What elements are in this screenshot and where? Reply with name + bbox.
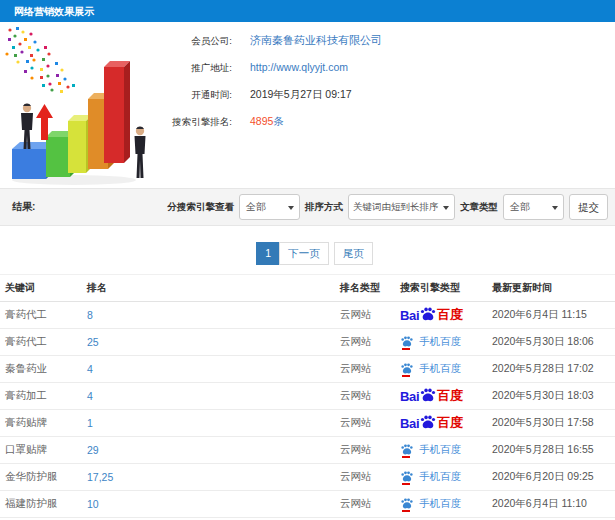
time-cell: 2020年6月20日 09:25 [487,464,615,491]
keyword-cell: 金华防护服 [0,464,82,491]
table-row: 福建防护服 10 云网站 手机百度 2020年6月4日 11:10 [0,491,615,518]
chevron-down-icon [443,206,449,210]
time-cell: 2020年5月30日 18:03 [487,383,615,410]
rank-cell[interactable]: 4 [82,356,335,383]
baidu-paw-icon [400,362,414,375]
baidu-red-underline [402,348,410,350]
baidu-mobile-logo: 手机百度 [400,335,487,350]
keyword-ranking-table: 关键词 排名 排名类型 搜索引擎类型 最新更新时间 膏药代工 8 云网站 Bai… [0,274,615,520]
engine-cell: Bai百度 [395,410,487,437]
engine-filter-label: 分搜索引擎查看 [168,201,235,214]
filter-controls: 分搜索引擎查看 全部 排序方式 关键词由短到长排序 文章类型 全部 提交 [168,194,609,220]
rank-type-cell: 云网站 [335,437,395,464]
last-page-button[interactable]: 尾页 [334,242,373,265]
info-row-open-time: 开通时间: 2019年5月27日 09:17 [150,81,382,108]
baidu-paw-icon [400,443,414,456]
baidu-pc-logo: Bai百度 [400,387,487,405]
keyword-cell: 膏药加工 [0,383,82,410]
chevron-down-icon [288,206,294,210]
baidu-pc-logo: Bai百度 [400,414,487,432]
info-row-rank-count: 搜索引擎排名: 4895条 [150,108,382,135]
rank-cell[interactable]: 4 [82,383,335,410]
page-title: 网络营销效果展示 [0,0,615,22]
rank-type-cell: 云网站 [335,491,395,518]
baidu-red-underline [402,456,410,458]
baidu-mobile-logo: 手机百度 [400,470,487,485]
baidu-pc-logo: Bai百度 [400,306,487,324]
time-cell: 2020年5月30日 17:58 [487,410,615,437]
rank-type-cell: 云网站 [335,410,395,437]
confetti [5,27,75,93]
member-company-label: 会员公司: [150,27,232,54]
table-row: 膏药代工 25 云网站 手机百度 2020年5月30日 18:06 [0,329,615,356]
keyword-cell: 膏药代工 [0,302,82,329]
sort-select[interactable]: 关键词由短到长排序 [348,194,455,220]
engine-filter-select[interactable]: 全部 [239,194,300,220]
rank-count-unit: 条 [273,115,284,127]
rank-cell[interactable]: 29 [82,437,335,464]
table-header-row: 关键词 排名 排名类型 搜索引擎类型 最新更新时间 [0,275,615,302]
open-time-value: 2019年5月27日 09:17 [250,81,352,108]
engine-cell: 手机百度 [395,356,487,383]
time-cell: 2020年6月4日 11:15 [487,302,615,329]
time-cell: 2020年6月4日 11:10 [487,491,615,518]
engine-cell: 手机百度 [395,329,487,356]
businessman-right [135,127,146,178]
member-company-link[interactable]: 济南秦鲁药业科技有限公司 [250,27,382,54]
article-type-select[interactable]: 全部 [503,194,564,220]
time-cell: 2020年5月28日 16:55 [487,437,615,464]
col-engine-type: 搜索引擎类型 [395,275,487,302]
rank-cell[interactable]: 8 [82,302,335,329]
col-rank: 排名 [82,275,335,302]
page-1-button[interactable]: 1 [256,242,280,265]
promo-url-label: 推广地址: [150,54,232,81]
rank-type-cell: 云网站 [335,329,395,356]
info-row-member: 会员公司: 济南秦鲁药业科技有限公司 [150,27,382,54]
promo-url-link[interactable]: http://www.qlyyjt.com [250,54,348,81]
next-page-button[interactable]: 下一页 [279,242,329,265]
time-cell: 2020年5月30日 18:06 [487,329,615,356]
engine-rank-label: 搜索引擎排名: [150,108,232,135]
rank-count-number: 4895 [250,115,273,127]
baidu-red-underline [402,483,410,485]
engine-cell: 手机百度 [395,491,487,518]
rank-cell[interactable]: 1 [82,410,335,437]
filter-bar: 结果: 分搜索引擎查看 全部 排序方式 关键词由短到长排序 文章类型 全部 提交 [0,188,615,226]
sort-label: 排序方式 [305,201,343,214]
submit-button[interactable]: 提交 [569,194,608,220]
chevron-down-icon [552,206,558,210]
rank-type-cell: 云网站 [335,302,395,329]
col-rank-type: 排名类型 [335,275,395,302]
rank-cell[interactable]: 10 [82,491,335,518]
result-label: 结果: [12,200,35,214]
baidu-paw-icon [400,470,414,483]
company-info-section: 会员公司: 济南秦鲁药业科技有限公司 推广地址: http://www.qlyy… [0,22,615,188]
engine-cell: Bai百度 [395,302,487,329]
table-row: 秦鲁药业 4 云网站 手机百度 2020年5月28日 17:02 [0,356,615,383]
engine-rank-value: 4895条 [250,108,284,135]
baidu-paw-icon [400,335,414,348]
rank-type-cell: 云网站 [335,383,395,410]
rank-cell[interactable]: 25 [82,329,335,356]
keyword-cell: 秦鲁药业 [0,356,82,383]
info-row-url: 推广地址: http://www.qlyyjt.com [150,54,382,81]
article-type-label: 文章类型 [460,201,498,214]
baidu-paw-icon [419,387,437,403]
col-update-time: 最新更新时间 [487,275,615,302]
rank-cell[interactable]: 17,25 [82,464,335,491]
engine-cell: 手机百度 [395,464,487,491]
time-cell: 2020年5月28日 17:02 [487,356,615,383]
table-row: 口罩贴牌 29 云网站 手机百度 2020年5月28日 16:55 [0,437,615,464]
keyword-cell: 福建防护服 [0,491,82,518]
baidu-mobile-logo: 手机百度 [400,362,487,377]
baidu-paw-icon [419,414,437,430]
keyword-cell: 膏药贴牌 [0,410,82,437]
open-time-label: 开通时间: [150,81,232,108]
table-row: 膏药加工 4 云网站 Bai百度 2020年5月30日 18:03 [0,383,615,410]
col-keyword: 关键词 [0,275,82,302]
keyword-cell: 膏药代工 [0,329,82,356]
table-row: 膏药贴牌 1 云网站 Bai百度 2020年5月30日 17:58 [0,410,615,437]
info-rows: 会员公司: 济南秦鲁药业科技有限公司 推广地址: http://www.qlyy… [150,27,382,135]
table-row: 膏药代工 8 云网站 Bai百度 2020年6月4日 11:15 [0,302,615,329]
keyword-cell: 口罩贴牌 [0,437,82,464]
